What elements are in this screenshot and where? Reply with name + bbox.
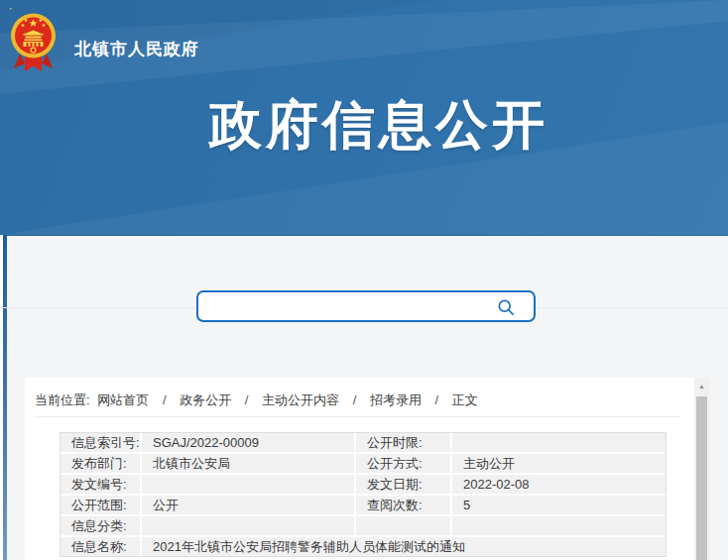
info-name-value: 2021年北镇市公安局招聘警务辅助人员体能测试的通知 <box>142 537 666 556</box>
search-box <box>196 290 536 322</box>
header-banner: 北镇市人民政府 政府信息公开 <box>0 0 728 236</box>
page-title: 政府信息公开 <box>30 91 728 159</box>
left-edge-accent-line <box>3 235 7 560</box>
field-value <box>142 516 354 535</box>
info-table: 信息索引号: SGAJ/2022-00009 公开时限: 发布部门: 北镇市公安… <box>60 432 667 557</box>
inner-scrollbar[interactable]: ▲ <box>694 378 709 560</box>
breadcrumb-item-gov-affairs[interactable]: 政务公开 <box>180 392 231 407</box>
field-value: 主动公开 <box>452 454 666 473</box>
search-icon[interactable] <box>496 297 516 317</box>
field-label: 信息名称: <box>61 537 140 556</box>
field-label: 信息分类: <box>61 516 140 535</box>
field-label: 发布部门: <box>61 454 140 473</box>
field-label: 发文日期: <box>356 475 450 494</box>
field-label <box>356 516 450 535</box>
scrollbar-thumb[interactable] <box>696 396 707 560</box>
site-logo-link[interactable]: 北镇市人民政府 <box>10 8 199 72</box>
breadcrumb-separator: / <box>435 392 439 407</box>
field-label: 公开方式: <box>356 454 450 473</box>
breadcrumb-separator: / <box>245 392 249 407</box>
field-value: 北镇市公安局 <box>142 454 354 473</box>
field-value <box>452 516 666 535</box>
site-name: 北镇市人民政府 <box>74 38 199 60</box>
breadcrumb-separator: / <box>163 392 167 407</box>
field-value: 5 <box>452 496 666 514</box>
field-value <box>452 433 666 452</box>
breadcrumb: 当前位置: 网站首页 / 政务公开 / 主动公开内容 / 招考录用 / 正文 <box>35 392 478 409</box>
content-panel: 当前位置: 网站首页 / 政务公开 / 主动公开内容 / 招考录用 / 正文 信… <box>25 378 709 560</box>
china-national-emblem-icon <box>10 8 57 72</box>
field-value: 公开 <box>142 496 354 514</box>
field-label: 发文编号: <box>61 475 140 494</box>
breadcrumb-item-home[interactable]: 网站首页 <box>97 392 149 407</box>
field-value <box>142 475 354 494</box>
scroll-up-icon: ▲ <box>698 383 705 390</box>
field-label: 信息索引号: <box>61 433 140 452</box>
breadcrumb-item-current: 正文 <box>452 392 478 407</box>
scrollbar-up-button[interactable]: ▲ <box>694 378 709 394</box>
field-value: 2022-02-08 <box>452 475 666 494</box>
field-label: 公开时限: <box>356 433 450 452</box>
breadcrumb-separator: / <box>353 392 357 407</box>
breadcrumb-divider <box>35 416 680 417</box>
field-value: SGAJ/2022-00009 <box>142 433 354 452</box>
field-label: 公开范围: <box>61 496 140 514</box>
breadcrumb-item-proactive-disclosure[interactable]: 主动公开内容 <box>262 392 339 407</box>
page: 北镇市人民政府 政府信息公开 当前位置: 网站首页 / 政务公开 / 主动公开内… <box>0 0 728 560</box>
field-label: 查阅次数: <box>356 496 450 514</box>
breadcrumb-item-recruitment[interactable]: 招考录用 <box>370 392 422 407</box>
breadcrumb-label: 当前位置: <box>35 392 90 407</box>
search-input[interactable] <box>208 294 500 320</box>
